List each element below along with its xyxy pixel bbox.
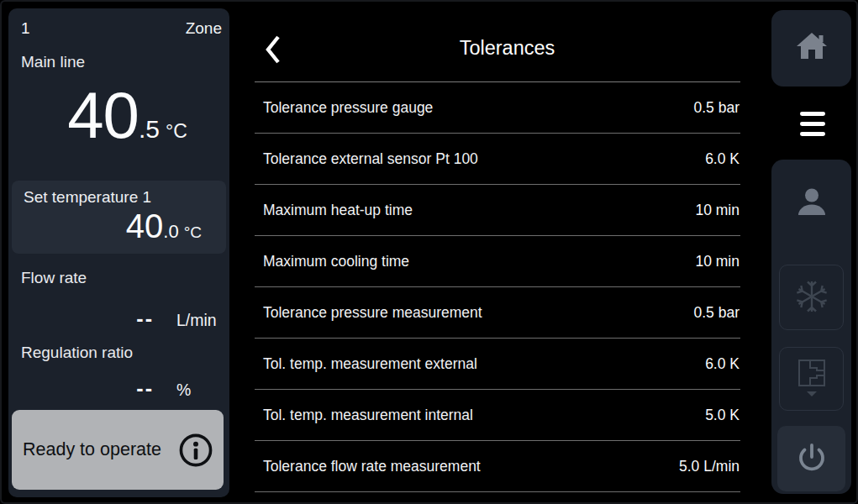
main-temperature-readout: 40 .5 °C (8, 82, 229, 148)
info-icon[interactable] (178, 433, 213, 468)
flow-rate-unit: L/min (176, 311, 217, 330)
settings-row-max-cooling-time[interactable]: Maximum cooling time 10 min (255, 236, 740, 287)
settings-row-tol-temp-internal[interactable]: Tol. temp. measurement internal 5.0 K (255, 390, 740, 441)
snowflake-icon (794, 279, 829, 317)
regulation-ratio-value: -- (8, 376, 154, 401)
flow-rate-row: -- L/min (8, 307, 217, 331)
set-temp-unit: °C (184, 223, 202, 242)
cooling-button[interactable] (779, 265, 844, 330)
settings-row-tolerance-external-sensor[interactable]: Tolerance external sensor Pt 100 6.0 K (255, 134, 740, 185)
settings-row-max-heatup-time[interactable]: Maximum heat-up time 10 min (255, 185, 740, 236)
menu-icon (800, 112, 825, 142)
mold-button[interactable] (779, 347, 844, 411)
settings-row-tol-temp-external[interactable]: Tol. temp. measurement external 6.0 K (255, 339, 740, 390)
zone-number: 1 (21, 19, 30, 38)
set-temperature-value: 40 .0 °C (126, 209, 202, 243)
set-temperature-button[interactable]: Set temperature 1 40 .0 °C (12, 181, 226, 254)
settings-row-tolerance-flow-rate[interactable]: Tolerance flow rate measurement 5.0 L/mi… (255, 441, 740, 492)
regulation-ratio-unit: % (176, 381, 191, 400)
zone-label: Zone (186, 19, 222, 38)
home-button[interactable] (771, 10, 851, 87)
sidebar-top-panel (771, 10, 851, 87)
power-button[interactable] (777, 426, 845, 491)
tolerances-list: Tolerance pressure gauge 0.5 bar Toleran… (255, 81, 740, 492)
settings-row-tolerance-pressure-measurement[interactable]: Tolerance pressure measurement 0.5 bar (255, 287, 740, 339)
page-title: Tolerances (244, 37, 771, 60)
power-icon (793, 439, 830, 479)
user-icon (797, 187, 827, 220)
regulation-ratio-row: -- % (8, 376, 191, 401)
zone-header: 1 Zone (21, 19, 222, 38)
status-banner: Ready to operate (12, 410, 224, 490)
main-temp-integer: 40 (67, 82, 139, 148)
menu-button[interactable] (754, 87, 845, 160)
status-text: Ready to operate (23, 439, 161, 460)
zone-card: 1 Zone Main line 40 .5 °C Set temperatur… (8, 8, 229, 497)
main-temp-unit: °C (166, 120, 187, 143)
mold-icon (797, 358, 827, 401)
settings-row-tolerance-pressure-gauge[interactable]: Tolerance pressure gauge 0.5 bar (255, 82, 740, 134)
set-temperature-label: Set temperature 1 (24, 188, 151, 207)
home-icon (795, 32, 829, 65)
set-temp-integer: 40 (126, 209, 164, 243)
sidebar-bottom-panel (771, 160, 851, 494)
line-label: Main line (21, 53, 85, 71)
flow-rate-label: Flow rate (21, 269, 87, 287)
hmi-screen: 1 Zone Main line 40 .5 °C Set temperatur… (0, 0, 858, 504)
set-temp-fraction: .0 (163, 221, 178, 243)
regulation-ratio-label: Regulation ratio (21, 344, 133, 362)
flow-rate-value: -- (8, 307, 154, 331)
user-button[interactable] (771, 173, 851, 234)
main-temp-fraction: .5 (139, 115, 160, 144)
